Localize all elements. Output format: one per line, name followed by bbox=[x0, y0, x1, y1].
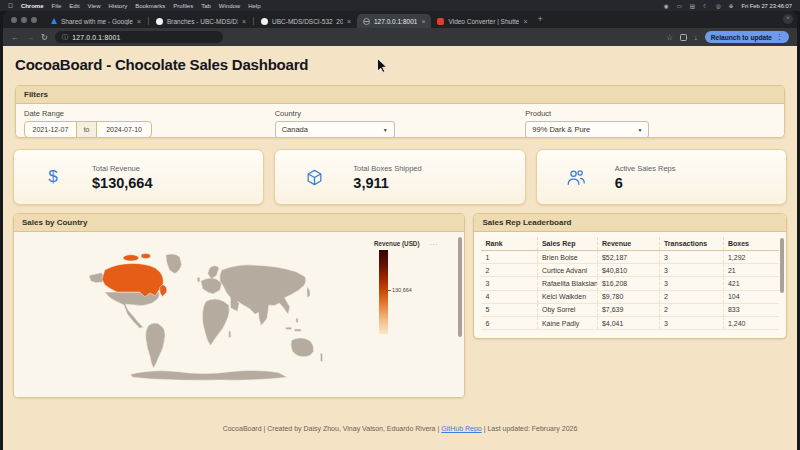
map-scrollbar[interactable] bbox=[458, 237, 462, 337]
europe bbox=[201, 278, 222, 294]
indonesia-1 bbox=[285, 327, 291, 329]
download-icon[interactable]: ↓ bbox=[694, 33, 698, 42]
tab-github-branches[interactable]: Branches - UBC-MDS/DSCI-5 × bbox=[150, 14, 252, 28]
usa-mexico bbox=[105, 292, 160, 328]
leaderboard-card: Sales Rep Leaderboard Rank Sales Rep Rev… bbox=[473, 213, 787, 339]
back-button[interactable]: ← bbox=[11, 33, 19, 42]
menu-item-bookmarks[interactable]: Bookmarks bbox=[135, 3, 165, 9]
github-icon bbox=[261, 18, 268, 25]
search-icon[interactable]: ⊕ bbox=[729, 3, 734, 9]
tab-search-chevron-icon[interactable]: ˅ bbox=[783, 14, 793, 24]
menu-item-file[interactable]: File bbox=[52, 3, 62, 9]
philippines bbox=[296, 318, 298, 323]
canada-highlight bbox=[102, 263, 163, 296]
menu-item-tab[interactable]: Tab bbox=[201, 3, 211, 9]
side-panel-icon[interactable] bbox=[680, 34, 687, 41]
page-title: CocoaBoard - Chocolate Sales Dashboard bbox=[15, 56, 797, 73]
forward-button[interactable]: → bbox=[26, 33, 34, 42]
wifi-icon[interactable]: ◎ bbox=[716, 3, 721, 9]
date-to-word: to bbox=[77, 121, 96, 138]
kpi-value: 3,911 bbox=[353, 175, 421, 191]
github-icon bbox=[156, 18, 163, 25]
asia bbox=[220, 265, 306, 326]
menu-item-view[interactable]: View bbox=[88, 3, 101, 9]
relaunch-to-update-button[interactable]: Relaunch to update ⋮ bbox=[705, 31, 789, 43]
date-range-label: Date Range bbox=[24, 109, 275, 118]
menu-item-profiles[interactable]: Profiles bbox=[173, 3, 193, 9]
globe-icon bbox=[363, 18, 370, 25]
tab-google-drive[interactable]: Shared with me - Google Dri × bbox=[45, 14, 147, 28]
close-icon[interactable]: × bbox=[347, 18, 351, 25]
reload-button[interactable]: ↻ bbox=[41, 33, 48, 42]
close-icon[interactable]: × bbox=[137, 18, 141, 25]
github-repo-link[interactable]: GitHub Repo bbox=[441, 425, 481, 432]
kpi-label: Total Revenue bbox=[92, 164, 152, 173]
world-map[interactable] bbox=[82, 244, 344, 392]
footer-text-before: CocoaBoard | Created by Daisy Zhou, Vina… bbox=[223, 425, 442, 432]
dashboard-page: CocoaBoard - Chocolate Sales Dashboard F… bbox=[3, 46, 797, 450]
close-icon[interactable]: × bbox=[421, 18, 425, 25]
status-icon[interactable]: ◉ bbox=[664, 3, 669, 9]
tab-github-repo[interactable]: UBC-MDS/DSCI-532_2026_ × bbox=[255, 14, 357, 28]
minimize-window-button[interactable] bbox=[21, 17, 27, 23]
date-from-input[interactable]: 2021-12-07 bbox=[24, 121, 77, 138]
south-america bbox=[146, 323, 166, 368]
filters-card-header: Filters bbox=[16, 86, 784, 104]
battery-icon[interactable]: ▭ bbox=[677, 3, 682, 9]
display-icon[interactable]: ▤ bbox=[690, 3, 695, 9]
kpi-value: $130,664 bbox=[92, 175, 152, 191]
close-icon[interactable]: × bbox=[242, 18, 246, 25]
tab-dashboard-active[interactable]: 127.0.0.1:8001 × bbox=[357, 14, 431, 28]
date-to-input[interactable]: 2024-07-10 bbox=[96, 121, 152, 138]
new-tab-button[interactable]: + bbox=[537, 14, 542, 24]
filters-card: Filters Date Range 2021-12-07 to 2024-07… bbox=[15, 85, 785, 138]
table-row: 1Brien Boise$52,18731,292 bbox=[481, 251, 779, 264]
indonesia-2 bbox=[294, 329, 301, 331]
close-icon[interactable]: × bbox=[523, 18, 527, 25]
country-select[interactable]: Canada ▼ bbox=[275, 121, 395, 138]
choropleth-map[interactable]: Revenue (USD) 130,664 ... bbox=[14, 232, 464, 398]
legend-colorbar bbox=[379, 250, 388, 334]
col-revenue: Revenue bbox=[597, 237, 659, 251]
legend-title: Revenue (USD) bbox=[374, 240, 452, 247]
product-select[interactable]: 99% Dark & Pure ▼ bbox=[525, 121, 649, 138]
apple-icon[interactable]:  bbox=[8, 2, 13, 9]
new-zealand bbox=[320, 353, 322, 361]
kpi-value: 6 bbox=[615, 175, 676, 191]
chrome-menu-icon[interactable]: ⋮ bbox=[776, 33, 783, 41]
menu-item-history[interactable]: History bbox=[108, 3, 127, 9]
menu-item-edit[interactable]: Edit bbox=[69, 3, 79, 9]
menu-item-help[interactable]: Help bbox=[248, 3, 260, 9]
video-converter-icon bbox=[437, 18, 444, 25]
africa bbox=[202, 299, 229, 346]
arctic-islands-1 bbox=[123, 255, 139, 261]
menu-item-chrome[interactable]: Chrome bbox=[21, 3, 44, 9]
plotly-modebar[interactable]: ... bbox=[430, 239, 439, 246]
antarctica bbox=[130, 370, 287, 380]
address-toolbar: ← → ↻ ⓘ 127.0.0.1:8001 ☆ ↓ Relaunch to u… bbox=[3, 28, 797, 46]
col-boxes: Boxes bbox=[723, 237, 779, 251]
leaderboard-card-header: Sales Rep Leaderboard bbox=[474, 214, 786, 232]
page-footer: CocoaBoard | Created by Daisy Zhou, Vina… bbox=[3, 425, 797, 432]
uk bbox=[197, 277, 200, 282]
tab-video-converter[interactable]: Video Converter | Shuttersto × bbox=[431, 14, 533, 28]
tab-bar: Shared with me - Google Dri × Branches -… bbox=[3, 11, 797, 28]
close-window-button[interactable] bbox=[11, 17, 17, 23]
japan bbox=[307, 287, 310, 298]
bookmark-star-icon[interactable]: ☆ bbox=[666, 33, 673, 42]
site-info-icon[interactable]: ⓘ bbox=[62, 33, 69, 42]
menubar-clock[interactable]: Fri Feb 27 23:46:07 bbox=[741, 3, 792, 9]
moon-icon[interactable]: ☾ bbox=[703, 3, 708, 9]
address-bar[interactable]: ⓘ 127.0.0.1:8001 bbox=[55, 31, 223, 43]
table-row: 2Curtice Advani$40,810321 bbox=[481, 264, 779, 277]
zoom-window-button[interactable] bbox=[31, 17, 37, 23]
leaderboard-scrollbar[interactable] bbox=[780, 238, 784, 293]
people-icon bbox=[566, 168, 586, 186]
col-transactions: Transactions bbox=[659, 237, 723, 251]
macos-menubar:  Chrome File Edit View History Bookmark… bbox=[0, 0, 800, 11]
table-row: 3Rafaelita Blaksland$16,2083421 bbox=[481, 277, 779, 290]
col-sales-rep: Sales Rep bbox=[537, 237, 597, 251]
window-controls bbox=[11, 17, 37, 23]
col-rank: Rank bbox=[481, 237, 537, 251]
menu-item-window[interactable]: Window bbox=[219, 3, 240, 9]
